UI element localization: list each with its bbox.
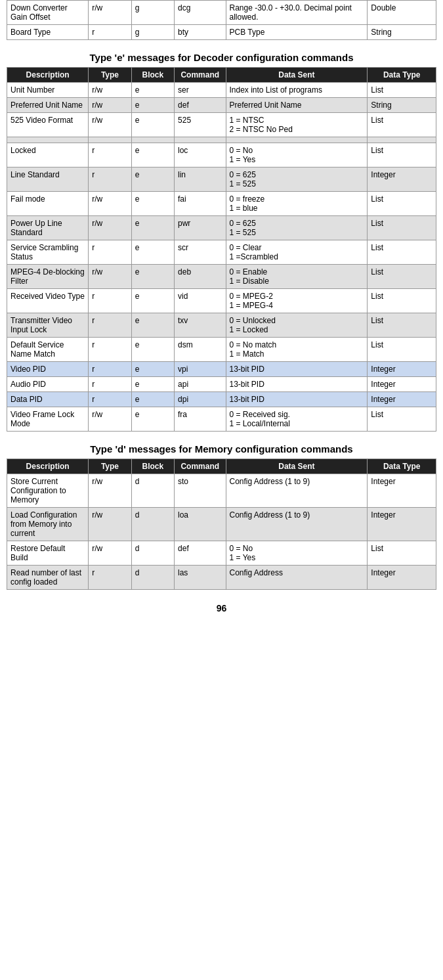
- table-row: Store Current Configuration to Memoryr/w…: [7, 474, 436, 508]
- table-row: Default Service Name Matchredsm0 = No ma…: [7, 338, 436, 362]
- page: Down Converter Gain Offsetr/wgdcgRange -…: [0, 0, 443, 633]
- section-d-table: Description Type Block Command Data Sent…: [7, 458, 436, 590]
- table-row: Service Scrambling Statusrescr0 = Clear …: [7, 240, 436, 265]
- col-header-block-d: Block: [131, 459, 174, 474]
- col-header-description-d: Description: [7, 459, 89, 474]
- col-header-command-d: Command: [175, 459, 226, 474]
- table-row: Transmitter Video Input Lockretxv0 = Unl…: [7, 313, 436, 338]
- col-header-data-sent: Data Sent: [226, 68, 368, 83]
- section-e-heading: Type 'e' messages for Decoder configurat…: [7, 52, 436, 63]
- table-row: Video Frame Lock Moder/wefra0 = Received…: [7, 407, 436, 432]
- table-row: MPEG-4 De-blocking Filterr/wedeb0 = Enab…: [7, 265, 436, 289]
- col-header-description: Description: [7, 68, 89, 83]
- section-e-header-row: Description Type Block Command Data Sent…: [7, 68, 436, 83]
- table-row: Received Video Typerevid0 = MPEG-2 1 = M…: [7, 289, 436, 313]
- table-row: Fail moder/wefai0 = freeze 1 = blueList: [7, 192, 436, 216]
- table-row: 525 Video Formatr/we5251 = NTSC 2 = NTSC…: [7, 113, 436, 137]
- top-continuation-table: Down Converter Gain Offsetr/wgdcgRange -…: [7, 0, 436, 40]
- table-row: Lockedreloc0 = No 1 = YesList: [7, 143, 436, 167]
- table-row: Data PIDredpi13-bit PIDInteger: [7, 392, 436, 407]
- table-row: Power Up Line Standardr/wepwr0 = 625 1 =…: [7, 216, 436, 240]
- col-header-command: Command: [175, 68, 226, 83]
- table-row: Unit Numberr/weserIndex into List of pro…: [7, 83, 436, 98]
- table-row: Read number of last config loadedrdlasCo…: [7, 566, 436, 590]
- section-e-table: Description Type Block Command Data Sent…: [7, 67, 436, 432]
- table-row: Load Configuration from Memory into curr…: [7, 508, 436, 541]
- section-d-header-row: Description Type Block Command Data Sent…: [7, 459, 436, 474]
- col-header-data-type-d: Data Type: [368, 459, 436, 474]
- col-header-type-d: Type: [89, 459, 131, 474]
- col-header-data-type: Data Type: [368, 68, 436, 83]
- section-d-heading: Type 'd' messages for Memory configurati…: [7, 443, 436, 455]
- table-row: Down Converter Gain Offsetr/wgdcgRange -…: [7, 1, 436, 25]
- table-row: Audio PIDreapi13-bit PIDInteger: [7, 377, 436, 392]
- page-number: 96: [7, 603, 436, 613]
- table-row: Video PIDrevpi13-bit PIDInteger: [7, 362, 436, 377]
- table-row: Line Standardrelin0 = 625 1 = 525Integer: [7, 167, 436, 192]
- table-row: Preferred Unit Namer/wedefPreferred Unit…: [7, 98, 436, 113]
- table-row: Restore Default Buildr/wddef0 = No 1 = Y…: [7, 541, 436, 566]
- col-header-data-sent-d: Data Sent: [226, 459, 368, 474]
- table-row: Board TypergbtyPCB TypeString: [7, 25, 436, 40]
- table-row: [7, 137, 436, 143]
- col-header-block: Block: [131, 68, 174, 83]
- col-header-type: Type: [89, 68, 131, 83]
